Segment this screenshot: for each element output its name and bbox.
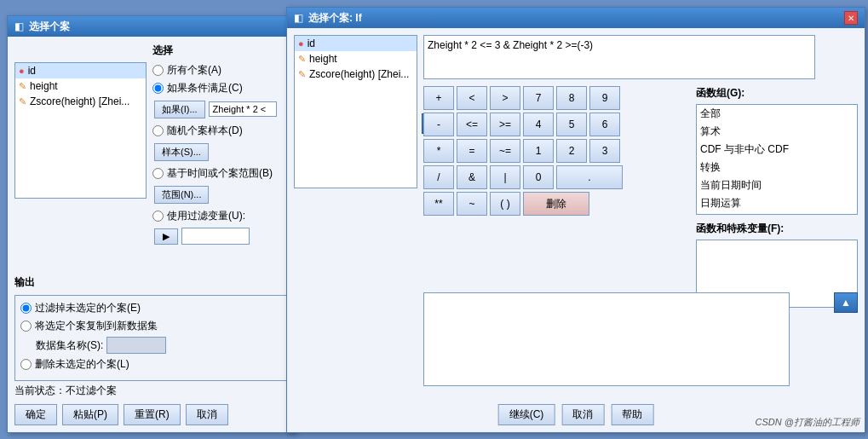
list-item[interactable]: ● id [295,36,417,51]
output-radio3[interactable] [20,359,32,370]
list-item[interactable]: 转换 [697,159,857,176]
radio-filter[interactable] [152,211,164,222]
paste-button[interactable]: 粘贴(P) [62,404,118,425]
list-item[interactable]: ✎ Zscore(height) [Zhei... [295,66,417,82]
list-item[interactable]: CDF 与非中心 CDF [697,141,857,159]
left-window-title: 选择个案 [29,20,70,34]
radio-time-label: 基于时间或个案范围(B) [167,166,273,181]
dataset-row: 数据集名称(S): [20,337,281,354]
left-titlebar: ◧ 选择个案 [8,16,296,37]
radio-filter-label: 使用过滤变量(U): [167,209,245,223]
pencil-icon: ✎ [298,69,306,80]
radio-random[interactable] [152,125,164,136]
num5-button[interactable]: 5 [556,113,587,136]
multiply-button[interactable]: * [423,139,454,163]
list-item[interactable]: ✎ height [295,51,417,66]
expression-input[interactable]: Zheight * 2 <= 3 & Zheight * 2 >=(-3) [423,35,815,79]
power-button[interactable]: ** [423,192,454,216]
up-arrow-button[interactable]: ▲ [834,292,858,313]
filter-arrow-button[interactable]: ▶ [154,228,178,245]
help-button[interactable]: 帮助 [611,404,653,425]
right-bottom-buttons: 继续(C) 取消 帮助 [498,404,654,425]
neq-button[interactable]: ~= [490,139,520,163]
list-item[interactable]: 日期创建 [697,212,857,215]
list-item[interactable]: ✎ Zscore(height) [Zhei... [15,94,146,109]
list-item[interactable]: 全部 [697,105,857,123]
function-groups-list[interactable]: 全部 算术 CDF 与非中心 CDF 转换 当前日期时间 日期运算 日期创建 [696,104,858,215]
radio-condition-row: 如果条件满足(C) [152,81,289,95]
select-group: 选择 所有个案(A) 如果条件满足(C) 如果(I)... Zheight * … [152,43,289,245]
num9-button[interactable]: 9 [589,86,620,110]
functions-group-label: 函数组(G): [696,86,858,101]
radio-all[interactable] [152,65,164,76]
radio-filter-row: 使用过滤变量(U): [152,209,289,223]
delete-button[interactable]: 删除 [523,192,589,216]
and-button[interactable]: & [457,165,487,189]
list-item[interactable]: ● id [15,63,146,78]
num1-button[interactable]: 1 [523,139,554,163]
close-button[interactable]: ✕ [844,11,858,25]
num2-button[interactable]: 2 [556,139,587,163]
radio-condition[interactable] [152,83,164,94]
minus-button[interactable]: - [423,113,454,136]
status-text: 当前状态：不过滤个案 [14,384,117,396]
list-item[interactable]: ✎ height [15,78,146,94]
num6-button[interactable]: 6 [589,113,620,136]
dot-button[interactable]: . [556,165,623,189]
radio-all-row: 所有个案(A) [152,63,289,78]
eq-button[interactable]: = [457,139,487,163]
divide-button[interactable]: / [423,165,454,189]
if-button[interactable]: 如果(I)... [154,101,205,118]
num3-button[interactable]: 3 [589,139,620,163]
tilde-button[interactable]: ~ [457,192,487,216]
num7-button[interactable]: 7 [523,86,554,110]
pencil-icon: ✎ [19,81,26,92]
output-radio1-label: 过滤掉未选定的个案(E) [35,301,141,315]
condition-row: 如果(I)... Zheight * 2 < [152,99,289,118]
ok-button[interactable]: 确定 [14,404,57,425]
right-cancel-button[interactable]: 取消 [561,404,604,425]
result-area[interactable] [423,292,790,386]
expression-area: Zheight * 2 <= 3 & Zheight * 2 >=(-3) [423,35,815,82]
func-vars-label: 函数和特殊变量(F): [696,222,858,236]
radio-time[interactable] [152,168,164,179]
reset-button[interactable]: 重置(R) [124,404,181,425]
sample-btn-row: 样本(S)... [152,142,289,161]
gte-button[interactable]: >= [490,113,520,136]
plus-button[interactable]: + [423,86,454,110]
dataset-label: 数据集名称(S): [36,338,103,353]
gt-button[interactable]: > [490,86,520,110]
dataset-input[interactable] [106,337,166,354]
or-button[interactable]: | [490,165,520,189]
paren-button[interactable]: ( ) [490,192,520,216]
output-radio2[interactable] [20,321,32,332]
right-window-body: ● id ✎ height ✎ Zscore(height) [Zhei... … [287,28,865,432]
list-item[interactable]: 日期运算 [697,194,857,212]
lt-button[interactable]: < [457,86,487,110]
radio-random-label: 随机个案样本(D) [167,124,243,138]
num8-button[interactable]: 8 [556,86,587,110]
range-button[interactable]: 范围(N)... [154,186,209,204]
left-bottom-buttons: 确定 粘贴(P) 重置(R) 取消 [14,404,228,425]
select-group-label: 选择 [152,43,289,58]
output-border: 过滤掉未选定的个案(E) 将选定个案复制到新数据集 数据集名称(S): 删除未选… [14,295,287,381]
right-window-title: 选择个案: If [308,11,362,26]
sample-button[interactable]: 样本(S)... [154,143,209,161]
num0-button[interactable]: 0 [523,165,554,189]
num4-button[interactable]: 4 [523,113,554,136]
output-radio1-row: 过滤掉未选定的个案(E) [20,301,281,315]
condition-display: Zheight * 2 < [209,101,277,117]
filter-input[interactable] [181,228,250,245]
list-item[interactable]: 当前日期时间 [697,176,857,194]
continue-button[interactable]: 继续(C) [498,404,555,425]
list-item[interactable]: 算术 [697,123,857,141]
left-variable-list[interactable]: ● id ✎ height ✎ Zscore(height) [Zhei... [14,62,147,199]
calc-row-3: * = ~= 1 2 3 [423,139,628,163]
lte-button[interactable]: <= [457,113,487,136]
cancel-button[interactable]: 取消 [186,404,228,425]
id-icon: ● [298,38,304,49]
output-radio1[interactable] [20,303,32,314]
right-variable-list[interactable]: ● id ✎ height ✎ Zscore(height) [Zhei... [294,35,417,188]
status-bar: 当前状态：不过滤个案 [14,384,117,398]
right-titlebar: ◧ 选择个案: If ✕ [287,8,865,28]
